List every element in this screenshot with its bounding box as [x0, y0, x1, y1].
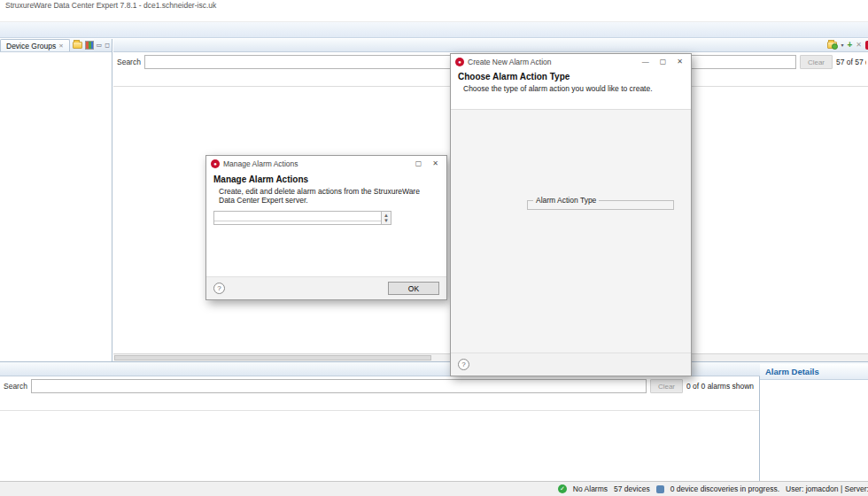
- clear-label: Clear: [808, 58, 825, 66]
- clear-alarms-button[interactable]: Clear: [650, 379, 683, 393]
- group-actions-icon[interactable]: [827, 42, 837, 49]
- alarm-details-panel: Alarm Details: [760, 364, 868, 481]
- clear-label: Clear: [658, 383, 675, 391]
- dialog-heading: Manage Alarm Actions: [206, 171, 446, 184]
- alarm-details-title: Alarm Details: [760, 364, 868, 380]
- bottom-panel: ≫ Search Clear 0 of 0 alarms shown Alarm…: [0, 361, 868, 481]
- device-group-tree: [0, 52, 112, 55]
- alarm-count: 0 of 0 alarms shown: [686, 382, 757, 391]
- alarm-search-input[interactable]: [31, 379, 647, 393]
- wizard-description: Choose the type of alarm action you woul…: [458, 81, 684, 93]
- manage-alarm-actions-dialog: ● Manage Alarm Actions ▢ ✕ Manage Alarm …: [205, 155, 447, 300]
- dialog-description: Create, edit and delete alarm actions fr…: [206, 184, 446, 205]
- help-icon[interactable]: ?: [458, 359, 469, 370]
- wizard-heading: Choose Alarm Action Type: [458, 72, 684, 81]
- device-groups-toolbar: ▭ ◻: [73, 41, 110, 50]
- device-view-tabbar: ▾ + ✕: [113, 39, 868, 52]
- scrollbar-thumb[interactable]: [114, 355, 431, 360]
- maximize-view-icon[interactable]: ◻: [105, 42, 110, 49]
- perspective-toolbar: [0, 22, 868, 38]
- app-logo-icon: ●: [455, 58, 464, 66]
- maximize-icon[interactable]: ▢: [412, 159, 426, 167]
- active-alarms-view: Search Clear 0 of 0 alarms shown: [0, 376, 760, 481]
- discovery-text: 0 device discoveries in progress.: [670, 484, 779, 493]
- alarm-table-header: [0, 399, 759, 411]
- device-count-text: 57 devices: [614, 484, 650, 493]
- scroll-down-icon[interactable]: ▼: [384, 218, 389, 223]
- discovery-icon: [656, 485, 664, 493]
- menu-bar: [0, 11, 868, 22]
- window-title: StruxureWare Data Center Expert 7.8.1 - …: [0, 0, 868, 11]
- dialog-title: Create New Alarm Action: [468, 58, 635, 66]
- device-count: 57 of 57 devices: [836, 58, 866, 66]
- close-icon[interactable]: ✕: [673, 58, 686, 66]
- minimize-view-icon[interactable]: ▭: [97, 42, 103, 49]
- chart-icon[interactable]: [85, 41, 94, 50]
- new-folder-icon[interactable]: [73, 42, 82, 49]
- dialog-titlebar[interactable]: ● Create New Alarm Action — ▢ ✕: [451, 54, 691, 69]
- dialog-title: Manage Alarm Actions: [223, 159, 408, 168]
- user-server-text: User: jomacdon | Server: dce1.schneider-…: [786, 484, 868, 493]
- device-groups-panel: Device Groups ✕ ▭ ◻: [0, 39, 112, 361]
- device-view-toolbar: ▾ + ✕: [827, 40, 868, 50]
- wizard-body: Alarm Action Type: [451, 109, 691, 353]
- remove-device-icon[interactable]: ✕: [856, 41, 862, 49]
- search-label: Search: [117, 58, 141, 66]
- tab-device-groups[interactable]: Device Groups ✕: [0, 39, 70, 51]
- ok-button[interactable]: OK: [388, 282, 439, 295]
- app-logo-icon: ●: [211, 159, 220, 168]
- wizard-footer: ?: [451, 353, 691, 376]
- wizard-header: Choose Alarm Action Type Choose the type…: [451, 69, 691, 94]
- maximize-icon[interactable]: ▢: [656, 58, 670, 66]
- search-label: Search: [4, 382, 27, 391]
- alarm-actions-table: ▲ ▼: [213, 211, 391, 225]
- vertical-scrollbar[interactable]: ▲ ▼: [381, 212, 391, 224]
- add-device-icon[interactable]: +: [847, 40, 852, 50]
- tab-label: Device Groups: [6, 42, 56, 50]
- bottom-tabbar: ≫: [0, 362, 868, 376]
- ok-label: OK: [408, 284, 419, 293]
- close-icon[interactable]: ✕: [429, 159, 442, 167]
- dialog-titlebar[interactable]: ● Manage Alarm Actions ▢ ✕: [206, 156, 446, 171]
- create-alarm-action-dialog: ● Create New Alarm Action — ▢ ✕ Choose A…: [450, 53, 692, 376]
- alarm-actions-header: [214, 212, 381, 221]
- alarm-action-type-group: Alarm Action Type: [527, 200, 674, 210]
- no-alarms-text: No Alarms: [573, 484, 608, 493]
- device-groups-tabbar: Device Groups ✕ ▭ ◻: [0, 39, 112, 52]
- clear-search-button[interactable]: Clear: [800, 55, 833, 69]
- minimize-icon[interactable]: —: [639, 58, 653, 66]
- help-icon[interactable]: ?: [213, 283, 225, 294]
- alarm-search-row: Search Clear 0 of 0 alarms shown: [0, 376, 759, 396]
- close-icon[interactable]: ✕: [58, 43, 63, 50]
- group-label: Alarm Action Type: [533, 196, 599, 205]
- application-window: StruxureWare Data Center Expert 7.8.1 - …: [0, 0, 868, 496]
- status-bar: ✓ No Alarms 57 devices 0 device discover…: [0, 481, 868, 496]
- alarm-actions-content: ▲ ▼: [206, 205, 446, 225]
- chevron-down-icon[interactable]: ▾: [841, 42, 843, 48]
- no-alarms-icon: ✓: [558, 484, 567, 493]
- dialog-footer: ? OK: [206, 276, 446, 299]
